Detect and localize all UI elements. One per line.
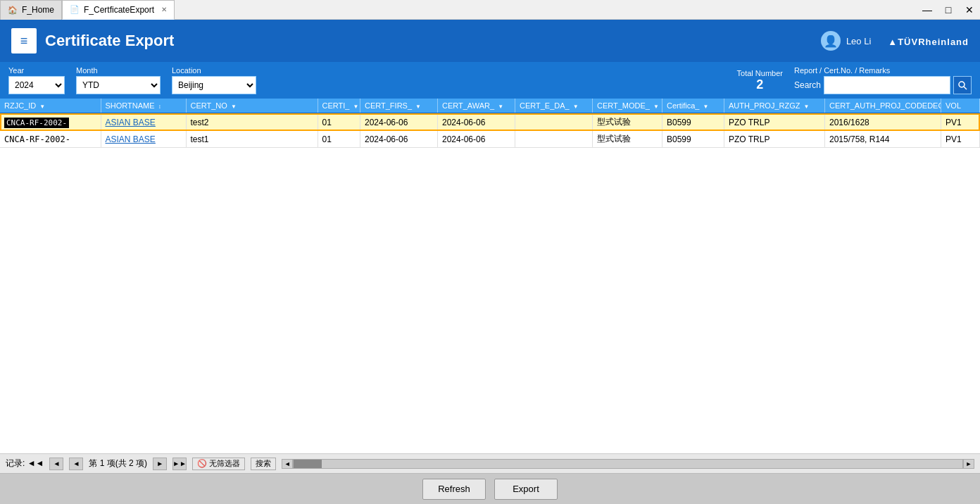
- tuv-logo: ▲TÜVRheinland: [888, 35, 969, 47]
- scroll-section: ◄ ►: [282, 459, 974, 469]
- cell-shortname[interactable]: ASIAN BASE: [101, 113, 186, 131]
- action-bar: Refresh Export: [0, 473, 980, 504]
- cell-cert-award: 2024-06-06: [438, 113, 515, 131]
- tab-home-label: F_Home: [22, 5, 54, 15]
- year-label: Year: [8, 66, 65, 75]
- scroll-right-button[interactable]: ►: [963, 459, 974, 469]
- location-label: Location: [172, 66, 256, 75]
- window-controls: — □ ✕: [917, 0, 980, 20]
- month-select[interactable]: YTD JanFebMar AprMayJun JulAugSep OctNov…: [76, 76, 161, 94]
- cell-vol: PV1: [941, 113, 980, 131]
- table-wrapper[interactable]: RZJC_ID ▼ SHORTNAME ↕ CERT_NO ▼ CERTI_ ▼…: [0, 99, 980, 453]
- avatar-icon: 👤: [824, 34, 838, 48]
- cell-cert-auth-code: 2016/1628: [825, 113, 941, 131]
- record-indicator: 记录: ◄◄: [6, 458, 44, 470]
- month-filter-group: Month YTD JanFebMar AprMayJun JulAugSep …: [76, 66, 161, 94]
- year-select[interactable]: 2024 2023 2022: [8, 76, 65, 94]
- cell-certi: 01: [318, 113, 360, 131]
- scroll-left-button[interactable]: ◄: [282, 459, 293, 469]
- status-bar: 记录: ◄◄ ◄ ◄ 第 1 项(共 2 项) ► ►► 🚫 无筛选器 搜索 ◄…: [0, 453, 980, 473]
- maximize-button[interactable]: □: [938, 0, 959, 20]
- no-filter-label: 无筛选器: [209, 458, 240, 469]
- search-text-label: Search: [794, 80, 821, 90]
- tab-cert-export[interactable]: 📄 F_CertficateExport ✕: [62, 0, 175, 20]
- search-section: Report / Cert.No. / Remarks Search: [794, 66, 972, 94]
- col-header-cert-edate[interactable]: CERT_E_DA_ ▼: [515, 99, 593, 113]
- cell-cert-first: 2024-06-06: [360, 131, 438, 148]
- col-header-cert-auth-code[interactable]: CERT_AUTH_PROJ_CODEDEC_ ▼: [825, 99, 941, 113]
- location-filter-group: Location Beijing Shanghai Guangzhou: [172, 66, 256, 94]
- nav-last-button[interactable]: ►►: [172, 458, 187, 470]
- col-header-cert-no[interactable]: CERT_NO ▼: [186, 99, 318, 113]
- search-row: Search: [794, 76, 972, 94]
- search-icon: [957, 80, 967, 90]
- cell-rzjc-id: CNCA-RF-2002-: [0, 113, 101, 131]
- cell-cert-no: test2: [186, 113, 318, 131]
- col-header-shortname[interactable]: SHORTNAME ↕: [101, 99, 186, 113]
- cell-cert-mode: 型式试验: [593, 113, 662, 131]
- search-icon-button[interactable]: [953, 76, 972, 94]
- tab-close-icon[interactable]: ✕: [161, 6, 167, 13]
- table-row[interactable]: CNCA-RF-2002-ASIAN BASEtest2012024-06-06…: [0, 113, 980, 131]
- user-info: 👤 Leo Li: [821, 31, 871, 51]
- cell-cert-auth-code: 2015/758, R144: [825, 131, 941, 148]
- year-filter-group: Year 2024 2023 2022: [8, 66, 65, 94]
- scroll-thumb[interactable]: [294, 460, 322, 468]
- cell-certifica: B0599: [662, 113, 724, 131]
- no-filter-button[interactable]: 🚫 无筛选器: [192, 458, 245, 470]
- refresh-button[interactable]: Refresh: [422, 479, 486, 500]
- title-bar: 🏠 F_Home 📄 F_CertficateExport ✕ — □ ✕: [0, 0, 980, 20]
- cell-vol: PV1: [941, 131, 980, 148]
- svg-point-0: [959, 82, 965, 87]
- app-title: Certificate Export: [45, 32, 821, 50]
- table-row[interactable]: CNCA-RF-2002-ASIAN BASEtest1012024-06-06…: [0, 131, 980, 148]
- search-label: Report / Cert.No. / Remarks: [794, 66, 972, 75]
- scroll-track[interactable]: [293, 459, 963, 469]
- nav-prev-button[interactable]: ◄: [69, 458, 83, 470]
- minimize-button[interactable]: —: [917, 0, 938, 20]
- no-filter-icon: 🚫: [197, 459, 207, 468]
- cell-certi: 01: [318, 131, 360, 148]
- nav-first-button[interactable]: ◄: [49, 458, 63, 470]
- cell-auth-proj: PZO TRLP: [724, 131, 825, 148]
- col-header-cert-first[interactable]: CERT_FIRS_ ▼: [360, 99, 438, 113]
- close-button[interactable]: ✕: [959, 0, 980, 20]
- nav-next-button[interactable]: ►: [153, 458, 167, 470]
- col-header-cert-award[interactable]: CERT_AWAR_ ▼: [438, 99, 515, 113]
- total-value: 2: [756, 77, 763, 92]
- total-label: Total Number: [737, 69, 783, 77]
- cell-cert-edate: [515, 113, 593, 131]
- col-header-certi[interactable]: CERTI_ ▼: [318, 99, 360, 113]
- cell-auth-proj: PZO TRLP: [724, 113, 825, 131]
- col-header-cert-mode[interactable]: CERT_MODE_ ▼: [593, 99, 662, 113]
- cell-shortname[interactable]: ASIAN BASE: [101, 131, 186, 148]
- cell-cert-first: 2024-06-06: [360, 113, 438, 131]
- app-header: ≡ Certificate Export 👤 Leo Li ▲TÜVRheinl…: [0, 20, 980, 62]
- avatar: 👤: [821, 31, 841, 51]
- cell-rzjc-id: CNCA-RF-2002-: [0, 131, 101, 148]
- cell-cert-edate: [515, 131, 593, 148]
- month-label: Month: [76, 66, 161, 75]
- col-header-auth-proj[interactable]: AUTH_PROJ_RZGZ ▼: [724, 99, 825, 113]
- tab-home[interactable]: 🏠 F_Home: [0, 0, 62, 20]
- col-header-rzjc-id[interactable]: RZJC_ID ▼: [0, 99, 101, 113]
- main-window: 🏠 F_Home 📄 F_CertficateExport ✕ — □ ✕ ≡ …: [0, 0, 980, 504]
- cell-cert-no: test1: [186, 131, 318, 148]
- total-section: Total Number 2: [737, 69, 783, 92]
- search-input[interactable]: [824, 76, 950, 94]
- selected-id-prefix: CNCA-RF-2002-: [4, 118, 69, 128]
- tuv-logo-text: ▲TÜVRheinland: [888, 37, 969, 47]
- header-icon: ≡: [20, 34, 28, 49]
- location-select[interactable]: Beijing Shanghai Guangzhou: [172, 76, 256, 94]
- statusbar-search-button[interactable]: 搜索: [251, 458, 276, 470]
- col-header-vol[interactable]: VOL: [941, 99, 980, 113]
- tab-cert-label: F_CertficateExport: [84, 5, 154, 15]
- data-table: RZJC_ID ▼ SHORTNAME ↕ CERT_NO ▼ CERTI_ ▼…: [0, 99, 980, 148]
- app-icon: ≡: [11, 28, 37, 53]
- export-button[interactable]: Export: [494, 479, 558, 500]
- page-info: 第 1 项(共 2 项): [89, 458, 147, 470]
- cell-cert-award: 2024-06-06: [438, 131, 515, 148]
- cell-certifica: B0599: [662, 131, 724, 148]
- col-header-certifica[interactable]: Certifica_ ▼: [662, 99, 724, 113]
- filter-bar: Year 2024 2023 2022 Month YTD JanFebMar …: [0, 62, 980, 99]
